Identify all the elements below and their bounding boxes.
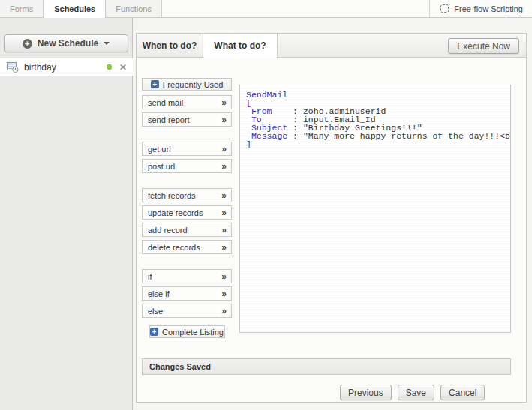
execute-now-button[interactable]: Execute Now xyxy=(448,38,519,54)
chevron-double-right-icon: » xyxy=(221,272,227,281)
plus-square-icon: + xyxy=(151,80,159,88)
cancel-button[interactable]: Cancel xyxy=(440,385,485,400)
tab-what-to-do[interactable]: What to do? xyxy=(203,34,278,58)
chevron-double-right-icon: » xyxy=(221,307,227,316)
free-flow-scripting-button[interactable]: Free-flow Scripting xyxy=(429,0,532,17)
complete-listing-button[interactable]: + Complete Listing xyxy=(149,325,225,338)
tool-button-fetch-records[interactable]: fetch records» xyxy=(142,188,232,202)
tool-button-label: send report xyxy=(148,115,190,124)
top-tab-bar: Forms Schedules Functions Free-flow Scri… xyxy=(0,0,532,18)
tool-button-else-if[interactable]: else if» xyxy=(142,286,232,301)
frequently-used-label: Frequently Used xyxy=(163,80,224,89)
tool-button-else[interactable]: else» xyxy=(142,304,232,318)
status-dot xyxy=(107,64,112,70)
tab-when-to-do[interactable]: When to do? xyxy=(137,34,203,58)
chevron-double-right-icon: » xyxy=(221,289,227,298)
schedule-icon xyxy=(7,62,19,73)
script-editor[interactable]: SendMail[ From : zoho.adminuserid To : i… xyxy=(239,85,511,333)
chevron-double-right-icon: » xyxy=(221,243,227,252)
free-flow-label: Free-flow Scripting xyxy=(454,4,523,13)
topbar-spacer xyxy=(162,0,429,17)
tool-button-label: else xyxy=(148,307,163,316)
schedule-item-label: birthday xyxy=(24,62,56,73)
save-button[interactable]: Save xyxy=(398,385,434,400)
main-tab-bar: When to do? What to do? Execute Now xyxy=(137,34,526,58)
tool-button-if[interactable]: if» xyxy=(142,269,232,283)
main-panel: When to do? What to do? Execute Now + Fr… xyxy=(136,33,527,403)
tool-button-add-record[interactable]: add record» xyxy=(142,223,232,237)
tool-group: get url»post url» xyxy=(142,142,232,173)
previous-button[interactable]: Previous xyxy=(340,385,392,400)
tool-button-label: else if xyxy=(148,289,170,298)
sidebar: + New Schedule birthday ✕ xyxy=(0,18,133,410)
chevron-down-icon xyxy=(104,42,110,45)
tool-button-label: fetch records xyxy=(148,191,196,200)
tool-button-update-records[interactable]: update records» xyxy=(142,205,232,220)
toolbox-groups: send mail»send report»get url»post url»f… xyxy=(142,95,232,318)
tool-button-label: send mail xyxy=(148,98,183,107)
tool-button-label: delete records xyxy=(148,243,200,252)
chevron-double-right-icon: » xyxy=(221,115,227,124)
tool-group: if»else if»else» xyxy=(142,269,232,318)
tool-button-get-url[interactable]: get url» xyxy=(142,142,232,156)
tool-button-send-report[interactable]: send report» xyxy=(142,112,232,127)
footer-buttons: Previous Save Cancel xyxy=(340,385,485,400)
tool-button-label: add record xyxy=(148,226,188,235)
chevron-double-right-icon: » xyxy=(221,145,227,154)
tool-button-label: if xyxy=(148,272,152,281)
tool-button-post-url[interactable]: post url» xyxy=(142,159,232,173)
new-schedule-label: New Schedule xyxy=(38,38,98,49)
toolbox: + Frequently Used send mail»send report»… xyxy=(142,78,232,338)
tool-group: send mail»send report» xyxy=(142,95,232,127)
chevron-double-right-icon: » xyxy=(221,98,227,107)
status-bar: Changes Saved xyxy=(142,358,511,375)
script-code: SendMail[ From : zoho.adminuserid To : i… xyxy=(240,85,510,148)
tool-button-label: update records xyxy=(148,208,203,217)
close-icon[interactable]: ✕ xyxy=(119,63,127,72)
plus-circle-icon: + xyxy=(23,39,32,49)
tab-functions[interactable]: Functions xyxy=(106,0,162,17)
sidebar-item-birthday[interactable]: birthday ✕ xyxy=(0,58,133,76)
tool-button-send-mail[interactable]: send mail» xyxy=(142,95,232,109)
tab-forms[interactable]: Forms xyxy=(0,0,44,17)
chevron-double-right-icon: » xyxy=(221,162,227,171)
chevron-double-right-icon: » xyxy=(221,226,227,235)
complete-listing-label: Complete Listing xyxy=(162,328,224,337)
tool-button-label: post url xyxy=(148,162,175,171)
frequently-used-button[interactable]: + Frequently Used xyxy=(142,78,232,91)
new-schedule-button[interactable]: + New Schedule xyxy=(4,34,128,52)
free-flow-icon xyxy=(440,4,449,13)
status-text: Changes Saved xyxy=(149,362,211,371)
chevron-double-right-icon: » xyxy=(221,208,227,217)
chevron-double-right-icon: » xyxy=(221,191,227,200)
tool-group: fetch records»update records»add record»… xyxy=(142,188,232,254)
tool-button-label: get url xyxy=(148,145,171,154)
tool-button-delete-records[interactable]: delete records» xyxy=(142,240,232,254)
plus-square-icon: + xyxy=(150,328,158,336)
tab-schedules[interactable]: Schedules xyxy=(44,0,106,18)
